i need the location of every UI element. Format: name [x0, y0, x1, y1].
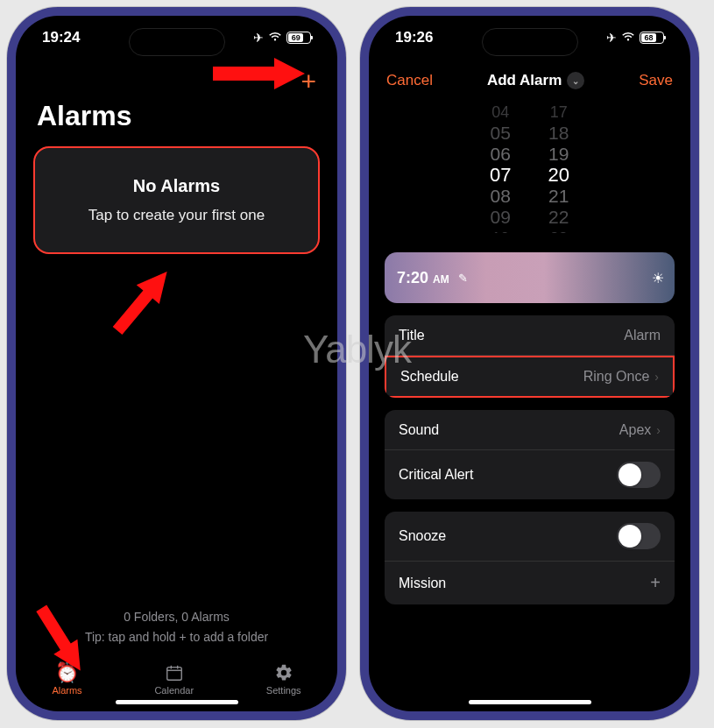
airplane-icon: ✈︎ — [606, 31, 617, 45]
svg-marker-6 — [30, 601, 91, 678]
tab-alarms-label: Alarms — [52, 685, 81, 696]
battery-level: 69 — [288, 33, 303, 42]
chevron-right-icon: › — [656, 423, 661, 437]
form-group-3: Snooze Mission + — [385, 512, 675, 604]
home-indicator[interactable] — [469, 700, 591, 704]
hour-column[interactable]: 04 05 06 07 08 09 10 — [490, 102, 511, 233]
empty-title: No Alarms — [53, 176, 300, 196]
empty-subtitle: Tap to create your first one — [53, 207, 300, 224]
row-schedule[interactable]: Schedule Ring Once › — [385, 356, 675, 398]
modal-title-text: Add Alarm — [487, 72, 562, 89]
cancel-button[interactable]: Cancel — [386, 72, 433, 89]
chevron-right-icon: › — [654, 370, 659, 384]
svg-rect-0 — [166, 668, 181, 681]
mission-label: Mission — [399, 576, 446, 591]
page-title: Alarms — [16, 95, 337, 146]
critical-alert-toggle[interactable] — [617, 462, 661, 488]
svg-marker-4 — [213, 58, 305, 89]
wifi-icon — [268, 30, 282, 46]
battery-icon: 68 — [640, 32, 664, 44]
form-group-2: Sound Apex › Critical Alert — [385, 410, 675, 499]
time-picker[interactable]: 04 05 06 07 08 09 10 17 18 19 20 21 22 2… — [386, 102, 673, 233]
battery-level: 68 — [641, 33, 656, 42]
sound-value: Apex › — [619, 422, 661, 438]
phone-left: 19:24 ✈︎ 69 + Alarms No Alarms Tap to cr… — [7, 7, 346, 720]
screen-add-alarm: 19:26 ✈︎ 68 Cancel Add Alarm ⌄ Save — [369, 16, 690, 711]
schedule-value: Ring Once › — [583, 369, 659, 385]
arrow-to-card-icon — [103, 252, 182, 352]
form-group-1: Title Alarm Schedule Ring Once › — [385, 315, 675, 398]
plus-icon: + — [650, 573, 661, 593]
snooze-toggle[interactable] — [617, 523, 661, 549]
svg-marker-5 — [106, 262, 179, 340]
schedule-label: Schedule — [400, 369, 459, 385]
airplane-icon: ✈︎ — [253, 31, 264, 45]
status-icons: ✈︎ 68 — [606, 30, 664, 46]
status-time: 19:26 — [395, 29, 433, 46]
status-icons: ✈︎ 69 — [253, 30, 311, 46]
empty-state-card[interactable]: No Alarms Tap to create your first one — [33, 146, 320, 254]
selected-minute: 20 — [548, 165, 569, 186]
arrow-to-plus-icon — [213, 54, 309, 96]
alarm-preview[interactable]: 7:20 AM ✎ ☀︎ — [385, 252, 675, 303]
row-snooze: Snooze — [385, 512, 675, 562]
arrow-to-tab-icon — [30, 596, 91, 685]
dynamic-island — [482, 28, 578, 56]
phone-right: 19:26 ✈︎ 68 Cancel Add Alarm ⌄ Save — [360, 7, 699, 720]
row-mission[interactable]: Mission + — [385, 562, 675, 604]
calendar-icon — [165, 662, 184, 683]
home-indicator[interactable] — [116, 700, 238, 704]
wifi-icon — [621, 30, 635, 46]
tab-calendar[interactable]: Calendar — [154, 662, 194, 696]
title-label: Title — [399, 328, 425, 343]
sound-label: Sound — [399, 422, 439, 438]
row-sound[interactable]: Sound Apex › — [385, 410, 675, 450]
dynamic-island — [129, 28, 225, 56]
weather-icon: ☀︎ — [652, 270, 664, 286]
row-title[interactable]: Title Alarm — [385, 315, 675, 356]
preview-time: 7:20 AM — [397, 269, 449, 287]
tab-calendar-label: Calendar — [154, 685, 194, 696]
minute-column[interactable]: 17 18 19 20 21 22 23 — [548, 102, 569, 233]
chevron-down-icon: ⌄ — [567, 72, 584, 89]
selected-hour: 07 — [490, 165, 511, 186]
tab-settings-label: Settings — [266, 685, 301, 696]
edit-icon: ✎ — [458, 272, 468, 285]
status-bar: 19:24 ✈︎ 69 — [16, 16, 337, 60]
gear-icon — [274, 662, 293, 683]
title-value: Alarm — [624, 328, 661, 343]
snooze-label: Snooze — [399, 528, 446, 544]
row-critical-alert: Critical Alert — [385, 450, 675, 499]
status-bar: 19:26 ✈︎ 68 — [369, 16, 690, 60]
status-time: 19:24 — [42, 29, 80, 46]
battery-icon: 69 — [286, 32, 311, 44]
tab-settings[interactable]: Settings — [266, 662, 301, 696]
modal-header: Cancel Add Alarm ⌄ Save — [369, 60, 690, 96]
modal-title[interactable]: Add Alarm ⌄ — [487, 72, 584, 89]
critical-alert-label: Critical Alert — [399, 467, 473, 483]
save-button[interactable]: Save — [639, 72, 673, 89]
